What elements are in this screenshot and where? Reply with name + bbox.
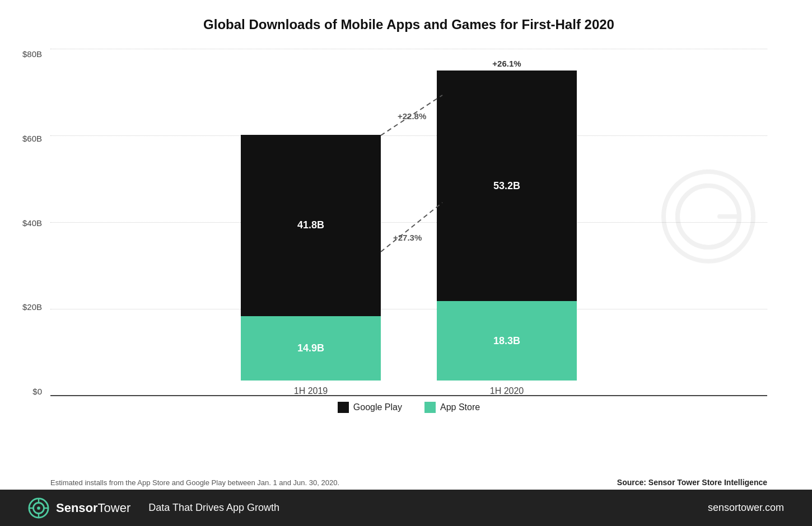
legend-box-app-store: [424, 402, 436, 413]
chart-wrapper: Global Downloads of Mobile Apps and Game…: [0, 0, 812, 526]
footnote-source: Source: Sensor Tower Store Intelligence: [617, 478, 767, 487]
brand-second: Tower: [98, 501, 131, 515]
brand-first: Sensor: [56, 501, 98, 515]
chart-title: Global Downloads of Mobile Apps and Game…: [50, 17, 767, 32]
y-label-0: $0: [11, 387, 42, 396]
legend-box-google-play: [338, 402, 349, 413]
bar-group-2020: +26.1% 18.3B 53.2B 1H 2020: [437, 59, 577, 396]
bar-label-appstore-2019: 14.9B: [297, 342, 324, 354]
sensortower-logo-icon: [28, 497, 49, 519]
growth-total-2020: +26.1%: [492, 59, 521, 68]
legend-item-google-play: Google Play: [338, 402, 402, 413]
x-label-2020: 1H 2020: [490, 386, 524, 396]
y-label-60: $60B: [11, 134, 42, 143]
footnote: Estimated installs from the App Store an…: [0, 478, 812, 490]
chart-inner: $0 $20B $40B $60B $80B: [50, 49, 767, 396]
bar-segment-googleplay-2019: 41.8B: [241, 135, 381, 316]
stacked-bar-2020: 18.3B 53.2B: [437, 71, 577, 381]
svg-point-5: [37, 506, 40, 510]
bar-segment-appstore-2019: 14.9B: [241, 316, 381, 381]
bar-label-googleplay-2020: 53.2B: [493, 180, 520, 192]
bar-label-appstore-2020: 18.3B: [493, 335, 520, 347]
legend-item-app-store: App Store: [424, 402, 480, 413]
bottom-bar: SensorTower Data That Drives App Growth …: [0, 490, 812, 526]
y-label-20: $20B: [11, 302, 42, 312]
x-label-2019: 1H 2019: [294, 386, 328, 396]
y-axis: $0 $20B $40B $60B $80B: [11, 49, 42, 396]
brand-name: SensorTower: [56, 501, 130, 515]
legend-label-app-store: App Store: [440, 402, 480, 412]
stacked-bar-2019: 14.9B 41.8B: [241, 135, 381, 381]
y-label-40: $40B: [11, 218, 42, 228]
bar-segment-appstore-2020: 18.3B: [437, 301, 577, 381]
tagline: Data That Drives App Growth: [148, 502, 279, 514]
footnote-note: Estimated installs from the App Store an…: [50, 478, 339, 487]
bar-segment-googleplay-2020: 53.2B: [437, 71, 577, 301]
bottom-bar-left: SensorTower Data That Drives App Growth: [28, 497, 279, 519]
legend-label-google-play: Google Play: [353, 402, 402, 412]
bars-container: 14.9B 41.8B 1H 2019 +26.1%: [50, 49, 767, 396]
legend: Google Play App Store: [50, 402, 767, 413]
chart-area: Global Downloads of Mobile Apps and Game…: [0, 0, 812, 478]
footer-website: sensortower.com: [708, 502, 784, 514]
bar-label-googleplay-2019: 41.8B: [297, 219, 324, 231]
y-label-80: $80B: [11, 49, 42, 59]
bar-group-2019: 14.9B 41.8B 1H 2019: [241, 135, 381, 396]
